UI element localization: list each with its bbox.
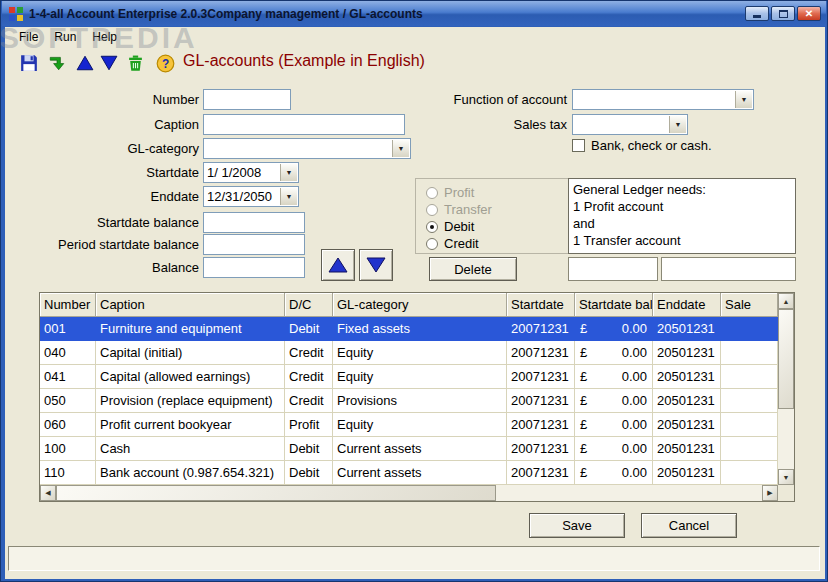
startdate-balance-label: Startdate balance xyxy=(25,212,199,233)
enddate-label: Enddate xyxy=(25,186,199,207)
down-triangle-icon xyxy=(100,55,118,71)
radio-debit[interactable]: Debit xyxy=(426,218,568,235)
floppy-icon xyxy=(20,54,38,72)
caption-label: Caption xyxy=(25,114,199,135)
app-icon[interactable] xyxy=(8,6,24,22)
readonly-field-1 xyxy=(568,257,658,281)
table-row[interactable]: 060 Profit current bookyear Profit Equit… xyxy=(40,413,778,437)
balance-amount: 0.00 xyxy=(622,317,647,340)
menu-file[interactable]: File xyxy=(11,28,46,46)
status-bar xyxy=(8,546,820,571)
number-label: Number xyxy=(25,89,199,110)
save-button[interactable]: Save xyxy=(529,513,625,538)
scroll-up-icon[interactable]: ▲ xyxy=(778,293,794,309)
window-title: 1-4-all Account Enterprise 2.0.3Company … xyxy=(29,7,745,21)
toolbar: ? GL-accounts (Example in English) xyxy=(5,47,825,81)
chevron-down-icon[interactable]: ▼ xyxy=(392,140,409,157)
down-triangle-icon xyxy=(365,256,387,274)
record-up-button[interactable] xyxy=(321,249,355,281)
period-startdate-balance-input[interactable] xyxy=(203,234,305,255)
post-icon[interactable] xyxy=(45,51,69,75)
scroll-right-icon[interactable]: ▶ xyxy=(762,485,778,501)
vertical-scroll-thumb[interactable] xyxy=(778,309,794,409)
record-down-button[interactable] xyxy=(359,249,393,281)
radio-icon xyxy=(426,204,438,216)
scroll-left-icon[interactable]: ◀ xyxy=(40,485,56,501)
minimize-button[interactable] xyxy=(745,6,769,21)
scrollbar-corner xyxy=(778,485,794,501)
balance-input[interactable] xyxy=(203,257,305,278)
gl-category-select[interactable]: ▼ xyxy=(203,138,411,159)
cell-enddate: 20501231 xyxy=(653,341,721,365)
chevron-down-icon[interactable]: ▼ xyxy=(280,188,297,205)
startdate-balance-input[interactable] xyxy=(203,212,305,233)
table-row[interactable]: 100 Cash Debit Current assets 20071231 £… xyxy=(40,437,778,461)
sales-tax-select[interactable]: ▼ xyxy=(572,114,688,135)
cell-startdate-balance: £ 0.00 xyxy=(575,413,653,437)
cell-sales-tax xyxy=(721,389,778,413)
cell-dc: Debit xyxy=(285,317,333,341)
scroll-down-icon[interactable]: ▼ xyxy=(778,469,794,485)
cell-startdate-balance: £ 0.00 xyxy=(575,461,653,485)
chevron-down-icon[interactable]: ▼ xyxy=(735,91,752,108)
table-row[interactable]: 041 Capital (allowed earnings) Credit Eq… xyxy=(40,365,778,389)
cell-startdate-balance: £ 0.00 xyxy=(575,389,653,413)
table-row[interactable]: 050 Provision (replace equipment) Credit… xyxy=(40,389,778,413)
startdate-value: 1/ 1/2008 xyxy=(207,163,279,182)
chevron-down-icon[interactable]: ▼ xyxy=(280,164,297,181)
balance-amount: 0.00 xyxy=(622,365,647,388)
cell-startdate-balance: £ 0.00 xyxy=(575,437,653,461)
balance-amount: 0.00 xyxy=(622,461,647,484)
move-up-icon[interactable] xyxy=(73,51,97,75)
bank-check-cash-checkbox[interactable] xyxy=(572,139,585,152)
table-row[interactable]: 001 Furniture and equipment Debit Fixed … xyxy=(40,317,778,341)
currency-symbol: £ xyxy=(580,317,587,340)
cell-startdate: 20071231 xyxy=(507,317,575,341)
save-icon[interactable] xyxy=(17,51,41,75)
startdate-picker[interactable]: 1/ 1/2008 ▼ xyxy=(203,162,299,183)
cell-startdate: 20071231 xyxy=(507,341,575,365)
info-line: 1 Transfer account xyxy=(573,232,791,249)
page-title: GL-accounts (Example in English) xyxy=(183,52,425,70)
table-row[interactable]: 040 Capital (initial) Credit Equity 2007… xyxy=(40,341,778,365)
currency-symbol: £ xyxy=(580,437,587,460)
cell-category: Provisions xyxy=(333,389,507,413)
help-icon[interactable]: ? xyxy=(153,51,177,75)
horizontal-scrollbar[interactable]: ◀ ▶ xyxy=(40,485,778,501)
cell-caption: Provision (replace equipment) xyxy=(96,389,285,413)
balance-label: Balance xyxy=(25,257,199,278)
enddate-picker[interactable]: 12/31/2050 ▼ xyxy=(203,186,299,207)
move-down-icon[interactable] xyxy=(97,51,121,75)
vertical-scrollbar[interactable]: ▲ ▼ xyxy=(778,293,794,485)
trash-icon xyxy=(127,54,144,72)
cell-caption: Profit current bookyear xyxy=(96,413,285,437)
horizontal-scroll-thumb[interactable] xyxy=(56,485,496,501)
bank-check-cash-label: Bank, check or cash. xyxy=(591,138,712,153)
radio-selected-icon xyxy=(426,221,438,233)
green-arrow-icon xyxy=(48,54,66,72)
cell-sales-tax xyxy=(721,413,778,437)
cancel-button[interactable]: Cancel xyxy=(641,513,737,538)
delete-button[interactable]: Delete xyxy=(429,257,517,281)
chevron-down-icon[interactable]: ▼ xyxy=(669,116,686,133)
menu-run[interactable]: Run xyxy=(46,28,84,46)
cell-category: Fixed assets xyxy=(333,317,507,341)
menu-help[interactable]: Help xyxy=(84,28,125,46)
function-of-account-select[interactable]: ▼ xyxy=(572,89,754,110)
radio-credit[interactable]: Credit xyxy=(426,235,568,252)
caption-input[interactable] xyxy=(203,114,405,135)
titlebar[interactable]: 1-4-all Account Enterprise 2.0.3Company … xyxy=(2,1,826,26)
close-button[interactable]: ✕ xyxy=(797,6,821,21)
number-input[interactable] xyxy=(203,89,291,110)
delete-record-icon[interactable] xyxy=(123,51,147,75)
maximize-button[interactable] xyxy=(771,6,795,21)
cell-category: Equity xyxy=(333,413,507,437)
gl-category-label: GL-category xyxy=(25,138,199,159)
currency-symbol: £ xyxy=(580,389,587,412)
cell-startdate: 20071231 xyxy=(507,365,575,389)
currency-symbol: £ xyxy=(580,341,587,364)
cell-number: 050 xyxy=(40,389,96,413)
cell-number: 001 xyxy=(40,317,96,341)
cell-enddate: 20501231 xyxy=(653,461,721,485)
table-row[interactable]: 110 Bank account (0.987.654.321) Debit C… xyxy=(40,461,778,485)
